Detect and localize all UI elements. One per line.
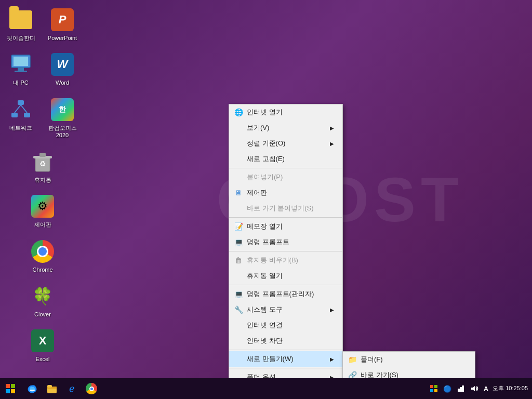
tray-volume[interactable] [469, 384, 480, 393]
desktop-icon-excel[interactable]: X Excel [22, 326, 63, 365]
svg-rect-29 [462, 385, 464, 392]
subfolder-icon: 📁 [347, 354, 357, 365]
tray-bluetooth[interactable]: 🔵 [442, 385, 453, 393]
menu-item-paste-label: 붙여넣기(P) [247, 172, 283, 182]
inet-connect-icon [233, 320, 244, 330]
paste-icon [233, 172, 244, 182]
taskbar-explorer[interactable] [43, 379, 61, 398]
desktop-icon-ctrlpanel[interactable]: ⚙ 제어판 [22, 192, 63, 230]
desktop-icon-powerpoint[interactable]: P PowerPoint [42, 5, 83, 44]
menu-item-refresh[interactable]: 새로 고침(E) [229, 151, 342, 167]
shortcut-paste-icon [233, 203, 244, 214]
menu-item-shortcut-paste[interactable]: 바로 가기 붙여넣기(S) [229, 201, 342, 216]
svg-rect-27 [458, 389, 460, 392]
recycle-icon-label: 휴지통 [34, 176, 51, 183]
menu-item-cmd-label: 명령 프롬프트 [247, 237, 289, 247]
svg-rect-25 [430, 389, 433, 392]
menu-item-sort[interactable]: 정렬 기준(O) ▶ [229, 136, 342, 151]
menu-item-recycle-open[interactable]: 휴지통 열기 [229, 268, 342, 284]
ppt-icon: P [50, 7, 75, 32]
desktop-icon-chrome[interactable]: Chrome [22, 237, 63, 275]
svg-point-18 [30, 387, 35, 392]
menu-item-notepad-label: 메모장 열기 [247, 222, 283, 231]
tray-time[interactable]: 오후 10:25:05 [493, 384, 528, 392]
taskbar-ie[interactable]: ℯ [62, 379, 81, 398]
cmd-icon: 💻 [233, 237, 244, 247]
cmd-admin-icon: 💻 [233, 289, 244, 299]
excel-icon-label: Excel [36, 355, 50, 363]
notepad-icon: 📝 [233, 221, 244, 232]
separator-1 [229, 168, 342, 168]
svg-rect-23 [430, 385, 433, 388]
svg-marker-30 [471, 386, 475, 391]
taskbar-apps: ℯ [23, 379, 101, 398]
menu-item-paste[interactable]: 붙여넣기(P) [229, 169, 342, 185]
menu-item-new-container: 새로 만들기(W) ▶ 📁 폴더(F) 🔗 바로 가기(S) 🖼 비트맵 이미지… [229, 351, 342, 367]
menu-item-recycle-empty[interactable]: 🗑 휴지통 비우기(B) [229, 252, 342, 268]
menu-item-ctrlpanel[interactable]: 🖥 제어판 [229, 185, 342, 201]
submenu-folder[interactable]: 📁 폴더(F) [343, 352, 475, 367]
menu-item-inet-connect[interactable]: 인터넷 연결 [229, 317, 342, 333]
svg-rect-4 [18, 100, 24, 105]
view-arrow: ▶ [330, 125, 334, 131]
desktop-icon-folder[interactable]: 뒷이중한디 [0, 5, 42, 44]
menu-item-notepad[interactable]: 📝 메모장 열기 [229, 219, 342, 234]
ctrl-menu-icon: 🖥 [233, 188, 244, 198]
desktop-icon-hancom[interactable]: 한 한컴오피스2020 [42, 95, 83, 141]
word-icon-label: Word [56, 79, 69, 86]
desktop-icons: 뒷이중한디 P PowerPoint 내 PC W [0, 0, 83, 399]
svg-rect-3 [15, 71, 27, 72]
svg-rect-5 [11, 113, 18, 117]
taskbar-edge[interactable] [23, 379, 42, 398]
ctrl-icon: ⚙ [30, 194, 55, 219]
separator-3 [229, 251, 342, 251]
menu-item-inet-block[interactable]: 인터넷 차단 [229, 333, 342, 349]
desktop-icon-clover[interactable]: 🍀 Clover [22, 282, 63, 320]
menu-item-cmd-admin-label: 명령 프롬프트(관리자) [247, 289, 314, 299]
menu-item-sys-tools[interactable]: 🔧 시스템 도구 ▶ [229, 302, 342, 317]
sort-icon [233, 138, 244, 149]
desktop-icon-mypc[interactable]: 내 PC [0, 50, 42, 88]
word-icon: W [50, 52, 75, 77]
new-icon [233, 354, 244, 364]
taskbar-chrome[interactable] [82, 379, 101, 398]
tray-ime[interactable]: A [483, 385, 489, 393]
tray-time-label: 오후 10:25:05 [493, 384, 528, 392]
menu-item-sys-tools-label: 시스템 도구 [247, 305, 283, 314]
tray-network[interactable] [456, 384, 466, 393]
desktop-icon-recycle[interactable]: ♻ 휴지통 [22, 147, 63, 185]
sys-tools-icon: 🔧 [233, 304, 244, 315]
svg-rect-24 [434, 385, 437, 388]
svg-rect-22 [47, 385, 52, 388]
svg-rect-6 [24, 113, 30, 117]
menu-item-cmd[interactable]: 💻 명령 프롬프트 [229, 234, 342, 250]
mypc-icon-label: 내 PC [13, 79, 28, 86]
menu-item-refresh-label: 새로 고침(E) [247, 154, 285, 164]
ppt-icon-label: PowerPoint [48, 34, 77, 42]
svg-rect-19 [30, 390, 35, 391]
taskbar-tray: 🔵 A 오후 10:25:05 [429, 384, 532, 393]
separator-2 [229, 217, 342, 218]
desktop-icon-network[interactable]: 네트워크 [0, 95, 42, 141]
clover-icon-label: Clover [34, 311, 51, 318]
ctrl-icon-label: 제어판 [34, 221, 51, 228]
start-button[interactable] [0, 378, 21, 399]
network-icon-label: 네트워크 [9, 124, 32, 131]
menu-item-cmd-admin[interactable]: 💻 명령 프롬프트(관리자) [229, 286, 342, 302]
tray-windows-security[interactable] [429, 384, 439, 393]
menu-item-internet[interactable]: 🌐 인터넷 열기 [229, 104, 342, 120]
svg-rect-26 [434, 389, 437, 392]
menu-item-view[interactable]: 보기(V) ▶ [229, 120, 342, 136]
internet-icon: 🌐 [233, 107, 244, 117]
separator-4 [229, 285, 342, 285]
svg-rect-14 [11, 384, 15, 388]
new-arrow: ▶ [330, 356, 334, 362]
menu-item-new[interactable]: 새로 만들기(W) ▶ [229, 351, 342, 367]
folder-icon-label: 뒷이중한디 [7, 34, 35, 42]
recycle-empty-icon: 🗑 [233, 255, 244, 265]
svg-text:♻: ♻ [39, 159, 46, 168]
refresh-icon [233, 154, 244, 164]
desktop-icon-word[interactable]: W Word [42, 50, 83, 88]
menu-item-sort-label: 정렬 기준(O) [247, 139, 285, 148]
svg-line-8 [21, 105, 27, 113]
